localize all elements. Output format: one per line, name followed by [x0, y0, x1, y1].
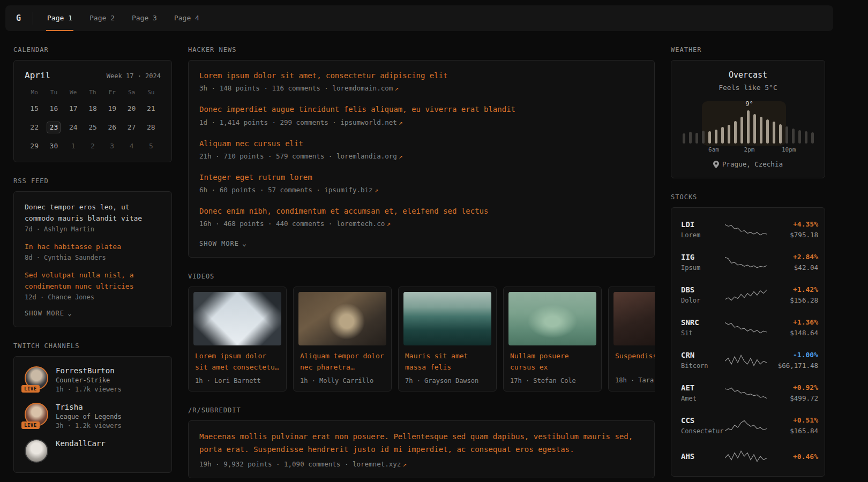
stock-change: +0.92% — [767, 383, 818, 391]
video-thumbnail[interactable] — [613, 292, 655, 345]
channel-avatar[interactable] — [25, 439, 48, 463]
stock-values: +0.92% $499.72 — [767, 383, 818, 402]
channel-name-link[interactable]: ForrestBurton — [56, 366, 122, 375]
calendar-day: 19 — [102, 103, 122, 115]
video-title-link[interactable]: Lorem ipsum dolor sit amet consectetu… — [195, 351, 280, 372]
reddit-domain-link[interactable]: loremnet.xyz — [353, 460, 401, 468]
hn-story-link[interactable]: Donec enim nibh, condimentum et accumsan… — [199, 206, 643, 216]
video-meta: 1h · Lori Barnett — [195, 377, 280, 385]
video-title-link[interactable]: Suspendisse diam — [615, 351, 655, 372]
stock-price: $165.84 — [767, 427, 818, 435]
channel-name-link[interactable]: KendallCarr — [56, 439, 106, 448]
weather-time-labels: 6am 2pm 10pm — [682, 146, 814, 154]
hn-domain-link[interactable]: loremdomain.com — [332, 84, 393, 92]
video-card: Lorem ipsum dolor sit amet consectetu… 1… — [188, 287, 287, 391]
twitch-card: LIVE ForrestBurton Counter-Strike 1h · 1… — [13, 356, 172, 473]
stock-price: $795.18 — [767, 231, 818, 239]
stock-values: +1.36% $148.64 — [767, 318, 818, 337]
weather-card: Overcast Feels like 5°C 9° 6am 2pm 10pm — [671, 60, 825, 178]
tab-page-1[interactable]: Page 1 — [46, 5, 73, 31]
hn-item: Lorem ipsum dolor sit amet, consectetur … — [199, 70, 643, 92]
video-row: Lorem ipsum dolor sit amet consectetu… 1… — [188, 287, 655, 391]
app-logo[interactable]: G — [16, 12, 33, 25]
stock-symbol: LDI — [681, 220, 725, 229]
video-thumbnail[interactable] — [298, 292, 386, 345]
stock-row[interactable]: IIG Ipsum +2.84% $42.04 — [681, 246, 815, 278]
calendar-day-next-month: 4 — [122, 140, 141, 152]
video-title-link[interactable]: Nullam posuere cursus ex — [510, 351, 595, 372]
stock-sparkline — [725, 255, 767, 270]
videos-widget-title: VIDEOS — [188, 273, 655, 280]
stock-change: +1.42% — [767, 285, 818, 293]
stock-row[interactable]: CRN Bitcorn -1.00% $66,171.48 — [681, 344, 815, 376]
reddit-post-link[interactable]: Maecenas mollis pulvinar erat non posuer… — [199, 431, 634, 456]
stock-row[interactable]: CCS Consectetur +0.51% $165.84 — [681, 409, 815, 442]
rss-widget-title: RSS FEED — [13, 177, 172, 185]
calendar-dow: Th — [83, 89, 102, 96]
stock-values: +0.51% $165.84 — [767, 416, 818, 435]
rss-item-link[interactable]: Donec tempor eros leo, ut commodo mauris… — [25, 201, 161, 224]
weather-chart: 9° 6am 2pm 10pm — [682, 100, 814, 154]
hn-domain-link[interactable]: ipsumworld.net — [340, 118, 396, 126]
calendar-card: April Week 17 · 2024 Mo Tu We Th Fr Sa S… — [13, 60, 172, 162]
stock-row[interactable]: DBS Dolor +1.42% $156.28 — [681, 278, 815, 311]
stock-id: AET Amet — [681, 383, 725, 402]
stock-row[interactable]: LDI Lorem +4.35% $795.18 — [681, 213, 815, 246]
stocks-widget: STOCKS LDI Lorem +4.35% $795.18 — [671, 193, 825, 477]
rss-show-more-button[interactable]: SHOW MORE ⌄ — [25, 309, 72, 317]
rss-item-link[interactable]: Sed volutpat nulla nisl, a condimentum n… — [25, 269, 161, 292]
stock-change: +4.35% — [767, 220, 818, 228]
chevron-down-icon: ⌄ — [68, 309, 72, 317]
calendar-day: 24 — [64, 122, 83, 133]
video-thumbnail[interactable] — [403, 292, 491, 345]
hn-story-link[interactable]: Integer eget rutrum lorem — [199, 172, 643, 183]
stock-row[interactable]: AET Amet +0.92% $499.72 — [681, 376, 815, 409]
hn-story-link[interactable]: Donec imperdiet augue tincidunt felis al… — [199, 104, 643, 115]
stock-values: +2.84% $42.04 — [767, 253, 818, 272]
calendar-day: 16 — [44, 103, 63, 115]
calendar-day: 17 — [64, 103, 83, 115]
hn-domain-link[interactable]: loremtech.co — [336, 220, 385, 228]
channel-info: Trisha League of Legends 3h · 1.2k viewe… — [56, 403, 122, 430]
video-title-link[interactable]: Mauris sit amet massa felis — [405, 351, 490, 372]
channel-name-link[interactable]: Trisha — [56, 403, 122, 411]
stock-row[interactable]: SNRC Sit +1.36% $148.64 — [681, 311, 815, 344]
calendar-day-next-month: 3 — [102, 140, 122, 152]
video-info: Nullam posuere cursus ex 17h · Stefan Co… — [508, 351, 596, 386]
rss-item-link[interactable]: In hac habitasse platea — [25, 241, 161, 252]
channel-avatar[interactable]: LIVE — [25, 403, 48, 426]
twitch-channel: LIVE Trisha League of Legends 3h · 1.2k … — [25, 403, 161, 430]
tab-page-2[interactable]: Page 2 — [88, 5, 116, 31]
hn-story-link[interactable]: Aliquam nec cursus elit — [199, 138, 643, 149]
video-meta: 7h · Grayson Dawson — [405, 377, 490, 385]
video-thumbnail[interactable] — [193, 292, 281, 345]
calendar-day-next-month: 1 — [64, 140, 83, 152]
hn-domain-link[interactable]: loremlandia.org — [336, 152, 397, 160]
reddit-post-meta: 19h · 9,932 points · 1,090 comments · lo… — [199, 460, 643, 468]
tab-page-3[interactable]: Page 3 — [131, 5, 158, 31]
weather-feels-like: Feels like 5°C — [682, 84, 814, 92]
tab-page-4[interactable]: Page 4 — [173, 5, 200, 31]
channel-avatar[interactable]: LIVE — [25, 366, 48, 390]
hn-show-more-button[interactable]: SHOW MORE ⌄ — [199, 239, 247, 247]
calendar-day: 25 — [83, 122, 102, 133]
right-column: WEATHER Overcast Feels like 5°C 9° 6am 2… — [671, 46, 825, 482]
hn-domain-link[interactable]: ipsumify.biz — [324, 186, 372, 194]
weather-location-text: Prague, Czechia — [722, 160, 783, 168]
stock-name: Dolor — [681, 297, 725, 304]
video-title-link[interactable]: Aliquam tempor dolor nec pharetra… — [300, 351, 385, 372]
stocks-card: LDI Lorem +4.35% $795.18 IIG Ipsum — [671, 207, 825, 477]
hn-story-link[interactable]: Lorem ipsum dolor sit amet, consectetur … — [199, 70, 643, 81]
video-meta: 17h · Stefan Cole — [510, 377, 595, 385]
video-info: Suspendisse diam 18h · Tara — [613, 351, 655, 386]
weather-peak-temp: 9° — [745, 100, 753, 108]
calendar-day: 26 — [102, 122, 122, 133]
video-thumbnail[interactable] — [508, 292, 596, 345]
calendar-day: 18 — [83, 103, 102, 115]
stock-change: +1.36% — [767, 318, 818, 326]
stocks-widget-title: STOCKS — [671, 193, 825, 201]
hn-meta-text: 16h · 468 points · 440 comments · — [199, 220, 336, 228]
stock-row[interactable]: AHS +0.46% — [681, 442, 815, 471]
channel-game: Counter-Strike — [56, 376, 122, 384]
stock-symbol: IIG — [681, 253, 725, 261]
